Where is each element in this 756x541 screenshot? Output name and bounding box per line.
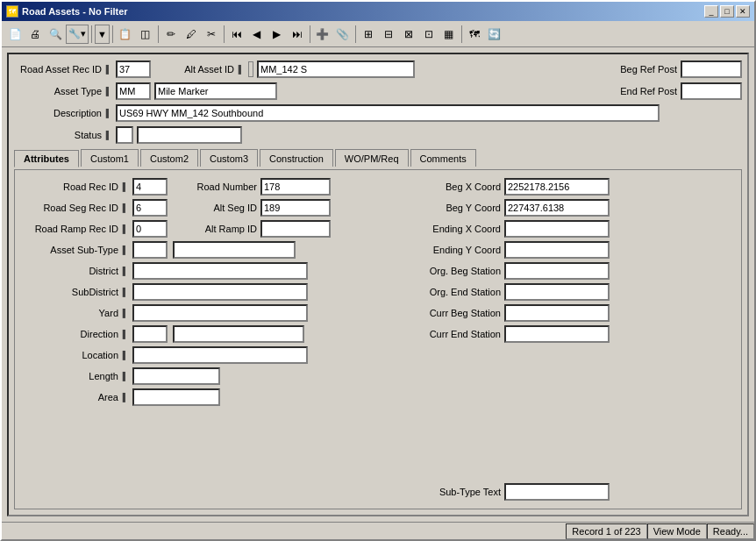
- asset-type-name-input[interactable]: [154, 82, 277, 100]
- ending-y-coord-input[interactable]: [504, 241, 610, 259]
- area-label: Area: [22, 392, 118, 402]
- map-button[interactable]: 🗺: [465, 25, 484, 44]
- attach-button[interactable]: 📎: [333, 25, 353, 44]
- tab-wdpmreq[interactable]: WO/PM/Req: [335, 149, 409, 167]
- road-number-input[interactable]: [260, 178, 331, 196]
- next-next-button[interactable]: ⏭: [288, 25, 307, 44]
- refresh-button[interactable]: 🔄: [485, 25, 504, 44]
- tab-custom2[interactable]: Custom2: [140, 149, 198, 167]
- print-button[interactable]: 🖨: [25, 25, 45, 44]
- status-desc-input[interactable]: [137, 126, 242, 144]
- asset-sub-type-desc-input[interactable]: [173, 241, 296, 259]
- maximize-button[interactable]: □: [720, 5, 734, 18]
- pencil-button[interactable]: 🖊: [182, 25, 201, 44]
- lock-direction: ▌: [122, 327, 129, 341]
- title-bar: 🗺 Road Assets - No Filter _ □ ✕: [2, 2, 754, 21]
- row-status: Status ▌: [14, 125, 742, 145]
- description-input[interactable]: [116, 104, 660, 122]
- yard-label: Yard: [22, 308, 118, 318]
- add-button[interactable]: ➕: [313, 25, 332, 44]
- lock-ramp-rec: ▌: [122, 222, 129, 236]
- road-rec-id-input[interactable]: [132, 178, 168, 196]
- lock-location: ▌: [122, 348, 129, 362]
- beg-x-coord-input[interactable]: [504, 178, 610, 196]
- alt-ramp-id-input[interactable]: [260, 220, 331, 238]
- tab-construction[interactable]: Construction: [260, 149, 333, 167]
- org-end-station-input[interactable]: [504, 283, 610, 301]
- direction-code-input[interactable]: [132, 325, 168, 343]
- status-bar: Record 1 of 223 View Mode Ready...: [2, 522, 754, 539]
- prev-prev-button[interactable]: ⏮: [227, 25, 246, 44]
- curr-beg-station-input[interactable]: [504, 304, 610, 322]
- search-button[interactable]: 🔍: [46, 25, 65, 44]
- district-input[interactable]: [132, 262, 308, 280]
- road-ramp-rec-id-input[interactable]: [132, 220, 168, 238]
- scissors-button[interactable]: ✂: [202, 25, 221, 44]
- asset-sub-type-label: Asset Sub-Type: [22, 245, 118, 255]
- row-road-rec-id: Road Rec ID ▌ Road Number: [22, 177, 378, 196]
- road-asset-rec-id-label: Road Asset Rec ID: [14, 64, 102, 75]
- new-button[interactable]: 📄: [5, 25, 25, 44]
- grid4-button[interactable]: ⊡: [419, 25, 439, 44]
- tab-comments[interactable]: Comments: [410, 149, 476, 167]
- minimize-button[interactable]: _: [704, 5, 718, 18]
- length-input[interactable]: [132, 367, 220, 385]
- row-road-asset-id: Road Asset Rec ID ▌ Alt Asset ID ▌ Beg R…: [14, 60, 742, 79]
- row-road-ramp-rec-id: Road Ramp Rec ID ▌ Alt Ramp ID: [22, 219, 378, 238]
- grid3-button[interactable]: ⊠: [399, 25, 418, 44]
- status-code-input[interactable]: [116, 126, 133, 144]
- sub-type-text-label: Sub-Type Text: [396, 487, 501, 497]
- attributes-grid: Road Rec ID ▌ Road Number Road Seg Rec I…: [22, 177, 734, 502]
- sub-type-text-input[interactable]: [504, 483, 610, 501]
- end-ref-post-input[interactable]: [681, 82, 742, 100]
- row-direction: Direction ▌: [22, 324, 378, 344]
- grid5-button[interactable]: ▦: [439, 25, 459, 44]
- row-org-beg-station: Org. Beg Station: [396, 261, 734, 281]
- yard-input[interactable]: [132, 304, 308, 322]
- length-label: Length: [22, 371, 118, 381]
- asset-type-code-input[interactable]: [116, 82, 151, 100]
- filter-dropdown[interactable]: ▼: [95, 25, 110, 44]
- grid1-button[interactable]: ⊞: [359, 25, 378, 44]
- subdistrict-input[interactable]: [132, 283, 308, 301]
- alt-seg-id-input[interactable]: [260, 199, 331, 217]
- view-button[interactable]: 📋: [116, 25, 135, 44]
- road-ramp-rec-id-label: Road Ramp Rec ID: [22, 224, 118, 234]
- prev-button[interactable]: ◀: [247, 25, 267, 44]
- road-number-label: Road Number: [178, 182, 257, 192]
- row-sub-type-text: Sub-Type Text: [396, 482, 734, 502]
- grid2-button[interactable]: ⊟: [379, 25, 398, 44]
- content-area: Road Asset Rec ID ▌ Alt Asset ID ▌ Beg R…: [2, 47, 754, 522]
- tab-attributes[interactable]: Attributes: [14, 150, 79, 167]
- curr-end-station-input[interactable]: [504, 325, 610, 343]
- row-beg-x-coord: Beg X Coord: [396, 177, 734, 196]
- beg-y-coord-input[interactable]: [504, 199, 610, 217]
- asset-sub-type-code-input[interactable]: [132, 241, 168, 259]
- tab-custom3[interactable]: Custom3: [200, 149, 258, 167]
- road-seg-rec-id-label: Road Seg Rec ID: [22, 203, 118, 213]
- tab-custom1[interactable]: Custom1: [81, 149, 139, 167]
- row-length: Length ▌: [22, 367, 378, 386]
- description-label: Description: [14, 108, 102, 118]
- ending-x-coord-input[interactable]: [504, 220, 610, 238]
- edit-button[interactable]: ✏: [161, 25, 181, 44]
- location-input[interactable]: [132, 346, 308, 364]
- sep3: [158, 25, 159, 43]
- alt-asset-id-input[interactable]: [257, 61, 415, 78]
- beg-ref-post-input[interactable]: [681, 61, 742, 78]
- close-button[interactable]: ✕: [736, 5, 750, 18]
- lock-district: ▌: [122, 264, 129, 278]
- road-seg-rec-id-input[interactable]: [132, 199, 168, 217]
- row-asset-sub-type: Asset Sub-Type ▌: [22, 240, 378, 260]
- beg-y-coord-label: Beg Y Coord: [396, 203, 501, 213]
- layout-button[interactable]: ◫: [136, 25, 155, 44]
- direction-desc-input[interactable]: [173, 325, 304, 343]
- org-beg-station-input[interactable]: [504, 262, 610, 280]
- next-button[interactable]: ▶: [267, 25, 287, 44]
- row-ending-x-coord: Ending X Coord: [396, 219, 734, 238]
- row-location: Location ▌: [22, 345, 378, 365]
- tools-dropdown[interactable]: 🔧▾: [66, 25, 89, 44]
- toolbar: 📄 🖨 🔍 🔧▾ ▼ 📋 ◫ ✏ 🖊 ✂ ⏮ ◀ ▶ ⏭ ➕ 📎 ⊞ ⊟ ⊠ ⊡…: [2, 21, 754, 47]
- road-asset-rec-id-input[interactable]: [116, 61, 151, 78]
- area-input[interactable]: [132, 388, 220, 406]
